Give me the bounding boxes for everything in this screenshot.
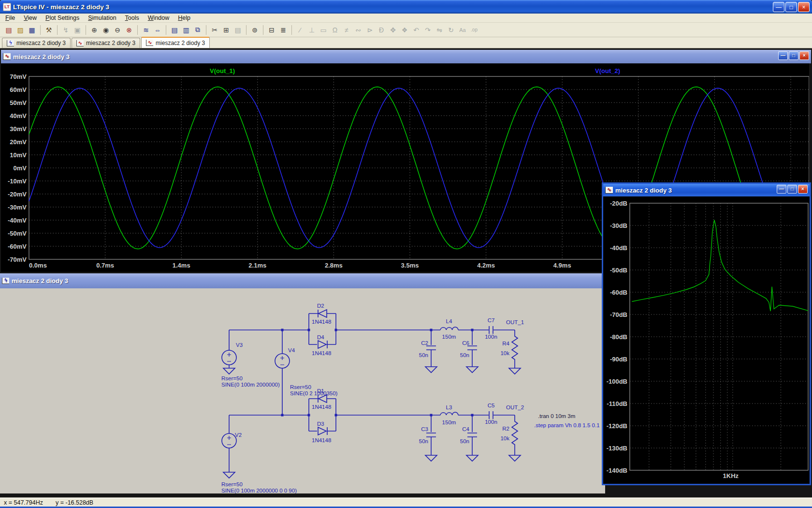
print-preview-icon[interactable]: ⊟ (266, 25, 277, 35)
resistor-r4 (512, 330, 518, 368)
zoom-area-icon[interactable]: ◉ (101, 25, 111, 35)
fft-y-tick: -140dB (607, 467, 627, 474)
fft-close-button[interactable]: × (798, 185, 808, 194)
autorange-axes-icon[interactable]: ⇔ (152, 25, 163, 35)
maximize-button[interactable]: □ (785, 2, 797, 12)
tile-horizontally-icon[interactable]: ▥ (181, 25, 191, 35)
place-inductor-icon: ∾ (353, 25, 363, 35)
waveform-y-tick: -40mV (8, 217, 27, 224)
paste-icon: ▤ (232, 25, 243, 35)
diode-d2 (309, 310, 336, 317)
waveform-window-title-bar[interactable]: ∿ mieszacz 2 diody 3 — □ × (1, 50, 811, 63)
toolbar-separator (206, 25, 206, 35)
fft-restore-button[interactable]: □ (787, 185, 797, 194)
waveform-restore-button[interactable]: □ (789, 51, 798, 60)
place-component-icon: Ð (376, 25, 387, 35)
trace-label[interactable]: V(out_1) (210, 67, 235, 75)
tab-bar: ϟmieszacz 2 diody 3∿mieszacz 2 diody 3∿m… (0, 37, 812, 48)
save-icon[interactable]: ▦ (27, 25, 37, 35)
fft-y-tick: -60dB (610, 289, 627, 296)
tab-3-waveform[interactable]: ∿mieszacz 2 diody 3 (141, 37, 210, 48)
app-title-bar[interactable]: LT LTspice IV - mieszacz 2 diody 3 — □ × (0, 0, 812, 14)
source-v3-body (222, 350, 236, 365)
v4-plus (280, 356, 284, 365)
menu-help[interactable]: Help (174, 14, 195, 22)
fft-y-tick: -100dB (607, 378, 627, 385)
schematic-window-title-bar[interactable]: ϟ mieszacz 2 diody 3 (0, 273, 607, 288)
schematic-drawing: V3 V4 V2 D2 1N4148 D4 1N4148 D1 1N4148 D… (0, 288, 605, 493)
fft-plot[interactable]: -20dB-30dB-40dB-50dB-60dB-70dB-80dB-90dB… (603, 196, 810, 484)
label-v2-rser: Rser=50 (221, 481, 243, 487)
toolbar: ▤▨▦⚒↯▣⊕◉⊖⊗≋⇔▤▥⧉✂⊞▤⊚⊟≣∕⊥▭Ω≠∾⊳Ð✥❖↶↷⇋↻Aa.op (0, 23, 812, 37)
new-schematic-icon[interactable]: ▤ (3, 25, 14, 35)
tab-label: mieszacz 2 diody 3 (16, 40, 66, 46)
fft-window-title-bar[interactable]: ∿ mieszacz 2 diody 3 — □ × (603, 184, 810, 196)
fft-minimize-button[interactable]: — (777, 185, 786, 194)
tab-2-waveform[interactable]: ∿mieszacz 2 diody 3 (72, 38, 140, 48)
place-diode-icon: ⊳ (364, 25, 375, 35)
tile-vertically-icon[interactable]: ▤ (169, 25, 180, 35)
cascade-windows-icon[interactable]: ⧉ (192, 25, 203, 35)
control-panel-icon[interactable]: ⚒ (44, 25, 54, 35)
label-v4-sine: SINE(0 2 1000350) (290, 390, 338, 396)
label-l4: L4 (446, 318, 452, 324)
open-file-icon[interactable]: ▨ (15, 25, 26, 35)
trace-label[interactable]: V(out_2) (595, 67, 620, 75)
label-c7-value: 100n (485, 334, 497, 340)
label-c6-value: 50n (460, 352, 469, 358)
waveform-minimize-button[interactable]: — (778, 51, 788, 60)
ground-v2 (223, 472, 235, 478)
waveform-y-tick: 30mV (10, 125, 27, 133)
label-l4-value: 150m (442, 334, 456, 340)
menu-plot-settings[interactable]: Plot Settings (41, 14, 84, 22)
toolbar-separator (246, 25, 246, 35)
print-icon[interactable]: ≣ (278, 25, 289, 35)
waveform-x-tick: 3.5ms (401, 262, 419, 269)
waveform-y-tick: -50mV (8, 230, 27, 237)
label-c3-value: 50n (419, 438, 428, 444)
schematic-canvas[interactable]: V3 V4 V2 D2 1N4148 D4 1N4148 D1 1N4148 D… (0, 288, 605, 493)
label-c3: C3 (421, 426, 428, 432)
schematic-window: ϟ mieszacz 2 diody 3 (0, 273, 607, 496)
label-v2-sine: SINE(0 100m 2000000 0 0 90) (221, 488, 297, 493)
menu-simulation[interactable]: Simulation (84, 14, 120, 22)
ground-r2 (509, 455, 521, 461)
close-button[interactable]: × (798, 2, 810, 12)
find-icon[interactable]: ⊚ (249, 25, 260, 35)
diode-d4 (309, 341, 336, 348)
menu-file[interactable]: File (1, 14, 19, 22)
fft-plot-area[interactable]: -20dB-30dB-40dB-50dB-60dB-70dB-80dB-90dB… (603, 196, 810, 484)
capacitor-c4 (467, 415, 477, 455)
directive-tran: .tran 0 10m 3m (538, 413, 575, 419)
label-d2: D2 (317, 303, 324, 309)
capacitor-c2 (426, 330, 436, 367)
zoom-full-extents-icon[interactable]: ⊗ (124, 25, 134, 35)
schematic-window-icon: ϟ (2, 278, 9, 284)
ltspice-app: LT LTspice IV - mieszacz 2 diody 3 — □ ×… (0, 0, 812, 508)
minimize-button[interactable]: — (773, 2, 784, 12)
menu-view[interactable]: View (19, 14, 41, 22)
zoom-out-icon[interactable]: ⊖ (112, 25, 123, 35)
run-simulation-icon: ↯ (60, 25, 71, 35)
label-c5-value: 100n (485, 419, 497, 425)
inductor-l4 (440, 327, 458, 330)
label-l3: L3 (446, 404, 452, 410)
app-icon: LT (3, 3, 11, 11)
menu-tools[interactable]: Tools (121, 14, 144, 22)
tab-1-schematic[interactable]: ϟmieszacz 2 diody 3 (2, 38, 71, 48)
fft-y-tick: -90dB (610, 356, 627, 363)
waveform-y-tick: -30mV (8, 204, 27, 211)
ground-c2 (425, 367, 437, 373)
cut-icon[interactable]: ✂ (209, 25, 220, 35)
waveform-close-button[interactable]: × (799, 51, 809, 60)
status-y-readout: y = -16.528dB (56, 499, 93, 506)
tab-label: mieszacz 2 diody 3 (156, 40, 205, 46)
redo-icon: ↷ (422, 25, 433, 35)
menu-window[interactable]: Window (144, 14, 174, 22)
label-d3-model: 1N4148 (312, 437, 331, 443)
tab-label: mieszacz 2 diody 3 (86, 40, 135, 46)
plot-settings-icon[interactable]: ≋ (141, 25, 151, 35)
source-v2-body (222, 433, 236, 448)
copy-icon[interactable]: ⊞ (221, 25, 232, 35)
zoom-in-icon[interactable]: ⊕ (89, 25, 100, 35)
